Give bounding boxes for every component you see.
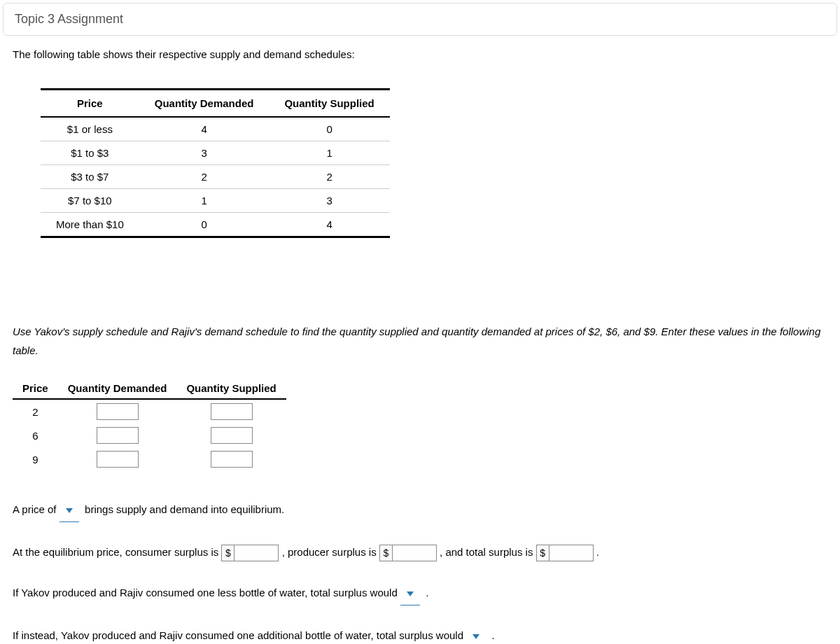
table-row: 2 bbox=[13, 399, 286, 424]
consumer-surplus-input[interactable]: $ bbox=[221, 545, 279, 561]
equilibrium-price-dropdown[interactable] bbox=[59, 499, 79, 522]
question-equilibrium-price: A price of brings supply and demand into… bbox=[13, 499, 827, 522]
schedule-table: Price Quantity Demanded Quantity Supplie… bbox=[41, 88, 390, 238]
svg-marker-0 bbox=[66, 508, 73, 513]
col2-price: Price bbox=[13, 378, 58, 399]
qd-input-6[interactable] bbox=[97, 427, 139, 444]
table-row: $7 to $10 1 3 bbox=[41, 189, 390, 213]
chevron-down-icon bbox=[472, 633, 480, 640]
dollar-sign: $ bbox=[380, 545, 393, 561]
table-row: $3 to $7 2 2 bbox=[41, 165, 390, 189]
svg-marker-2 bbox=[472, 634, 479, 639]
question-one-less: If Yakov produced and Rajiv consumed one… bbox=[13, 582, 827, 606]
chevron-down-icon bbox=[406, 590, 414, 597]
instructions-text: Use Yakov's supply schedule and Rajiv's … bbox=[13, 322, 827, 360]
col2-qd: Quantity Demanded bbox=[58, 378, 177, 399]
table-row: $1 or less 4 0 bbox=[41, 117, 390, 141]
table-row: 9 bbox=[13, 447, 286, 471]
dollar-sign: $ bbox=[537, 545, 550, 561]
page-title: Topic 3 Assignment bbox=[15, 12, 123, 26]
qs-input-2[interactable] bbox=[211, 403, 253, 420]
col-qd: Quantity Demanded bbox=[139, 90, 270, 118]
qd-input-9[interactable] bbox=[97, 451, 139, 468]
qs-input-6[interactable] bbox=[211, 427, 253, 444]
col-price: Price bbox=[41, 90, 139, 118]
col-qs: Quantity Supplied bbox=[269, 90, 389, 118]
one-more-dropdown[interactable] bbox=[466, 625, 486, 644]
qs-input-9[interactable] bbox=[211, 451, 253, 468]
table-row: $1 to $3 3 1 bbox=[41, 141, 390, 165]
dollar-sign: $ bbox=[222, 545, 234, 561]
table-row: More than $10 0 4 bbox=[41, 213, 390, 237]
svg-marker-1 bbox=[407, 592, 414, 596]
producer-surplus-field[interactable] bbox=[393, 545, 436, 561]
question-surplus: At the equilibrium price, consumer surpl… bbox=[13, 542, 827, 563]
question-one-more: If instead, Yakov produced and Rajiv con… bbox=[13, 625, 827, 644]
consumer-surplus-field[interactable] bbox=[234, 545, 278, 561]
col2-qs: Quantity Supplied bbox=[176, 378, 286, 399]
content-area: The following table shows their respecti… bbox=[0, 38, 840, 644]
table-row: 6 bbox=[13, 424, 286, 447]
schedule-table-wrap: Price Quantity Demanded Quantity Supplie… bbox=[41, 88, 827, 238]
chevron-down-icon bbox=[65, 507, 74, 514]
total-surplus-input[interactable]: $ bbox=[536, 545, 594, 561]
one-less-dropdown[interactable] bbox=[400, 582, 420, 606]
producer-surplus-input[interactable]: $ bbox=[379, 545, 437, 561]
page-title-bar: Topic 3 Assignment bbox=[3, 3, 837, 36]
total-surplus-field[interactable] bbox=[550, 545, 593, 561]
input-table: Price Quantity Demanded Quantity Supplie… bbox=[13, 378, 286, 471]
intro-text: The following table shows their respecti… bbox=[13, 48, 827, 60]
qd-input-2[interactable] bbox=[97, 403, 139, 420]
